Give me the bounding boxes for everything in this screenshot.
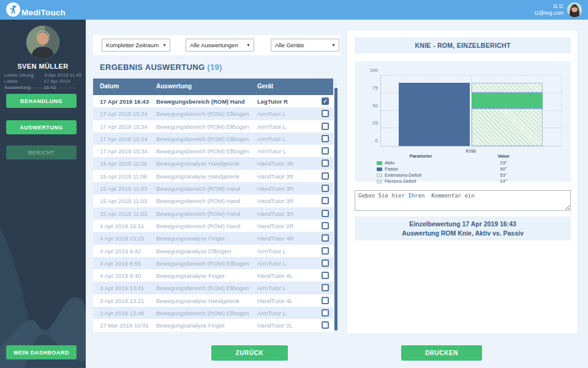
row-date: 17 Apr 2019 16:43 xyxy=(100,98,149,105)
sidebar-item-bericht[interactable]: BERICHT xyxy=(6,145,77,159)
legend-value: 53° xyxy=(470,172,537,178)
bar-segment-extensions-defizit xyxy=(472,109,543,146)
results-title: ERGEBNIS AUSWERTUNG (19) xyxy=(100,63,222,72)
bar-passiv xyxy=(399,75,470,146)
row-checkbox[interactable]: ✓ xyxy=(322,98,329,105)
brand: MediTouch xyxy=(6,2,66,17)
results-table: Datum Auswertung Gerät 17 Apr 2019 16:43… xyxy=(93,79,333,332)
period-filter-dropdown[interactable]: Kompletter Zeitraum ▼ xyxy=(102,39,170,52)
table-row[interactable]: 4 Apr 2019 8:55 Bewegungsbereich (ROM) E… xyxy=(93,257,333,269)
row-checkbox[interactable] xyxy=(322,247,329,255)
row-checkbox[interactable] xyxy=(322,110,329,117)
row-checkbox[interactable] xyxy=(322,272,329,279)
user-email: t1@svg.com xyxy=(535,10,564,17)
table-header: Datum Auswertung Gerät xyxy=(93,79,333,95)
device-filter-dropdown[interactable]: Alle Geräte ▼ xyxy=(271,39,339,52)
table-row[interactable]: 3 Apr 2019 13:21 Bewegungsanalyse Handge… xyxy=(93,294,333,307)
table-row[interactable]: 27 Mar 2019 10:01 Bewegungsanalyse Finge… xyxy=(93,319,333,331)
row-checkbox[interactable] xyxy=(322,185,329,192)
back-button[interactable]: ZURÜCK xyxy=(211,345,288,361)
legend-label: Flexions-Defizit xyxy=(385,178,416,185)
legend-swatch-icon xyxy=(377,161,382,165)
row-device: HandTutor 2R xyxy=(257,223,293,229)
row-evaluation: Bewegungsanalyse Handgelenk xyxy=(156,160,239,167)
sidebar-item-auswertung[interactable]: AUSWERTUNG xyxy=(6,120,77,134)
table-row[interactable]: 15 Apr 2019 11:06 Bewegungsanalyse Handg… xyxy=(93,157,333,169)
table-row[interactable]: 15 Apr 2019 11:03 Bewegungsbereich (ROM)… xyxy=(93,182,333,194)
row-date: 4 Apr 2019 15:25 xyxy=(100,235,144,242)
row-checkbox[interactable] xyxy=(322,309,329,316)
y-tick-label: 0 xyxy=(375,138,378,144)
print-button[interactable]: DRUCKEN xyxy=(401,345,482,361)
table-row[interactable]: 15 Apr 2019 11:03 Bewegungsbereich (ROM)… xyxy=(93,207,333,220)
row-checkbox[interactable] xyxy=(322,147,329,155)
row-date: 3 Apr 2019 13:41 xyxy=(100,285,144,291)
row-checkbox[interactable] xyxy=(322,259,329,267)
row-checkbox[interactable] xyxy=(322,222,329,229)
legend-swatch-icon xyxy=(377,180,382,183)
last-exercise-label: Letzte Übung: xyxy=(4,72,35,79)
row-checkbox[interactable] xyxy=(322,234,329,242)
scrollbar-thumb[interactable] xyxy=(334,88,337,331)
row-evaluation: Bewegungsanalyse Handgelenk xyxy=(156,297,239,304)
user-avatar[interactable] xyxy=(567,2,582,17)
table-row[interactable]: 4 Apr 2019 8:40 Bewegungsanalyse Finger … xyxy=(93,269,333,282)
column-datum: Datum xyxy=(100,83,119,90)
device-filter-value: Alle Geräte xyxy=(275,42,304,48)
report-title: KNIE - ROM, EINZELBERICHT xyxy=(355,37,571,53)
row-checkbox[interactable] xyxy=(322,159,329,167)
meditouch-app: MediTouch t1 t1 t1@svg.com xyxy=(0,0,588,368)
legend-header-value: Value xyxy=(470,153,537,159)
row-date: 15 Apr 2019 11:03 xyxy=(100,197,147,204)
table-row[interactable]: 15 Apr 2019 11:06 Bewegungsanalyse Handg… xyxy=(93,170,333,182)
row-checkbox[interactable] xyxy=(322,123,329,130)
row-checkbox[interactable] xyxy=(322,197,329,204)
table-row[interactable]: 4 Apr 2019 9:42 Bewegungsanalyse Ellboge… xyxy=(93,245,333,257)
chart-plot: Knie 0255075100 xyxy=(380,75,561,147)
table-row[interactable]: 3 Apr 2019 12:46 Bewegungsbereich (ROM) … xyxy=(93,307,333,319)
column-auswertung: Auswertung xyxy=(156,83,192,90)
table-row[interactable]: 17 Apr 2019 15:34 Bewegungsbereich (ROM)… xyxy=(93,107,333,120)
row-device: HandTutor 4L xyxy=(257,297,293,304)
legend-label: Aktiv xyxy=(385,160,394,166)
user-info: t1 t1 t1@svg.com xyxy=(535,3,564,17)
dashboard-button[interactable]: MEIN DASHBOARD xyxy=(6,345,77,359)
table-row[interactable]: 17 Apr 2019 15:34 Bewegungsbereich (ROM)… xyxy=(93,120,333,132)
row-device: ArmTutor L xyxy=(257,148,286,155)
row-date: 15 Apr 2019 11:03 xyxy=(100,210,147,217)
legend-swatch-icon xyxy=(377,174,382,177)
table-row[interactable]: 3 Apr 2019 13:41 Bewegungsbereich (ROM) … xyxy=(93,282,333,294)
table-row[interactable]: 17 Apr 2019 15:34 Bewegungsbereich (ROM)… xyxy=(93,132,333,145)
gridline xyxy=(561,75,562,146)
row-device: HandTutor 3R xyxy=(257,210,293,217)
report-panel: KNIE - ROM, EINZELBERICHT Knie 025507510… xyxy=(346,29,578,334)
legend-value: 90° xyxy=(470,166,537,172)
row-date: 3 Apr 2019 13:21 xyxy=(100,297,144,304)
row-evaluation: Bewegungsanalyse Ellbogen xyxy=(156,248,231,255)
row-checkbox[interactable] xyxy=(322,135,329,142)
row-date: 17 Apr 2019 15:34 xyxy=(100,123,148,130)
row-checkbox[interactable] xyxy=(322,210,329,217)
table-row[interactable]: 17 Apr 2019 15:34 Bewegungsbereich (ROM)… xyxy=(93,145,333,157)
row-checkbox[interactable] xyxy=(322,284,329,291)
row-date: 15 Apr 2019 11:06 xyxy=(100,173,147,180)
patient-name: SVEN MÜLLER xyxy=(0,63,86,70)
row-evaluation: Bewegungsbereich (ROM) Ellbogen xyxy=(156,260,249,267)
comment-input[interactable] xyxy=(355,190,571,211)
table-row[interactable]: 4 Apr 2019 15:25 Bewegungsanalyse Finger… xyxy=(93,232,333,244)
row-evaluation: Bewegungsbereich (ROM) Hand xyxy=(156,223,240,229)
table-row[interactable]: 15 Apr 2019 11:03 Bewegungsbereich (ROM)… xyxy=(93,194,333,207)
table-row[interactable]: 17 Apr 2019 16:43 Bewegungsbereich (ROM)… xyxy=(93,95,333,107)
table-row[interactable]: 4 Apr 2019 16:31 Bewegungsbereich (ROM) … xyxy=(93,220,333,232)
last-exercise-value: 5 Apr 2019 11:45 xyxy=(45,72,81,79)
row-date: 15 Apr 2019 11:03 xyxy=(100,185,147,192)
row-checkbox[interactable] xyxy=(322,172,329,180)
sidebar-item-behandlung[interactable]: BEHANDLUNG xyxy=(6,94,77,108)
row-checkbox[interactable] xyxy=(322,321,329,329)
row-evaluation: Bewegungsbereich (ROM) Ellbogen xyxy=(156,285,249,291)
evaluation-filter-dropdown[interactable]: Alle Auswertungen ▼ xyxy=(186,39,254,52)
row-device: ArmTutor L xyxy=(257,136,286,142)
sidebar-divider xyxy=(6,88,76,88)
row-checkbox[interactable] xyxy=(322,297,329,304)
legend-label: Extensions-Defizit xyxy=(385,172,421,178)
